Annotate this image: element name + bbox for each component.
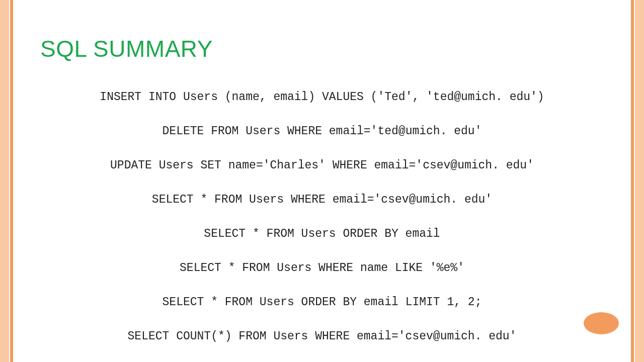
sql-line: SELECT COUNT(*) FROM Users WHERE email='… bbox=[30, 330, 614, 343]
sql-line: SELECT * FROM Users WHERE name LIKE '%e%… bbox=[30, 261, 614, 275]
sql-line: DELETE FROM Users WHERE email='ted@umich… bbox=[30, 125, 614, 138]
left-inner-border bbox=[10, 0, 13, 362]
sql-line: UPDATE Users SET name='Charles' WHERE em… bbox=[30, 159, 614, 172]
decorative-ellipse bbox=[584, 312, 619, 334]
left-outer-border bbox=[0, 0, 9, 362]
slide-body: INSERT INTO Users (name, email) VALUES (… bbox=[30, 90, 614, 352]
sql-line: SELECT * FROM Users ORDER BY email LIMIT… bbox=[30, 296, 614, 309]
right-inner-border bbox=[631, 0, 634, 362]
sql-line: SELECT * FROM Users ORDER BY email bbox=[30, 227, 614, 240]
sql-line: SELECT * FROM Users WHERE email='csev@um… bbox=[30, 193, 614, 206]
slide-title: SQL SUMMARY bbox=[40, 35, 213, 62]
right-outer-border bbox=[635, 0, 644, 362]
sql-line: INSERT INTO Users (name, email) VALUES (… bbox=[30, 90, 614, 104]
slide: SQL SUMMARY INSERT INTO Users (name, ema… bbox=[0, 0, 644, 362]
